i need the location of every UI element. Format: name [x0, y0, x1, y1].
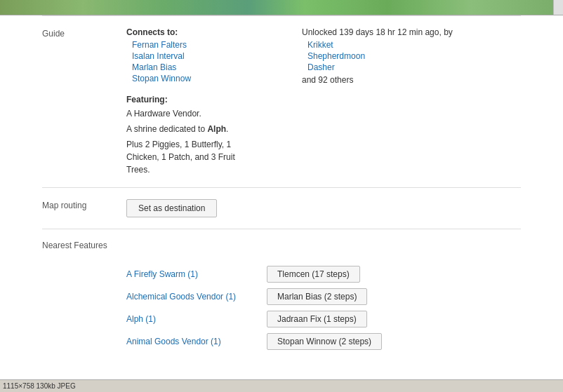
- unlocked-user-2[interactable]: Dasher: [302, 62, 453, 72]
- nearest-dest-btn-0[interactable]: Tlemcen (17 steps): [267, 266, 360, 283]
- nearest-feature-link-1[interactable]: Alchemical Goods Vendor (1): [126, 292, 267, 302]
- map-routing-label: Map routing: [42, 199, 126, 217]
- featuring-text-0: Hardware Vendor: [134, 109, 199, 119]
- connects-link-0[interactable]: Fernan Falters: [126, 40, 260, 50]
- nearest-dest-btn-2[interactable]: Jadraan Fix (1 steps): [267, 311, 367, 327]
- connects-to-column: Connects to: Fernan Falters Isalan Inter…: [126, 27, 260, 176]
- nearest-feature-link-3[interactable]: Animal Goods Vendor (1): [126, 337, 267, 346]
- scrollbar[interactable]: [553, 0, 563, 15]
- nearest-row-3: Animal Goods Vendor (1) Stopan Winnow (2…: [126, 333, 521, 350]
- nearest-dest-btn-3[interactable]: Stopan Winnow (2 steps): [267, 333, 382, 350]
- connects-link-3[interactable]: Stopan Winnow: [126, 74, 260, 83]
- unlocked-user-1[interactable]: Shepherdmoon: [302, 51, 453, 61]
- map-image: [0, 0, 563, 15]
- nearest-row-2: Alph (1) Jadraan Fix (1 steps): [126, 311, 521, 327]
- featuring-alph: Alph: [207, 124, 226, 134]
- nearest-features-label: Nearest Features: [42, 241, 126, 250]
- featuring-item-2: Plus 2 Piggies, 1 Butterfly, 1 Chicken, …: [126, 138, 260, 176]
- guide-section: Guide Connects to: Fernan Falters Isalan…: [0, 16, 563, 187]
- nearest-features-section: Nearest Features A Firefly Swarm (1) Tle…: [0, 229, 563, 367]
- featuring-item-0: A Hardware Vendor.: [126, 107, 260, 120]
- unlocked-others: and 92 others: [302, 74, 453, 86]
- nearest-row-0: A Firefly Swarm (1) Tlemcen (17 steps): [126, 266, 521, 283]
- set-destination-button[interactable]: Set as destination: [126, 199, 217, 217]
- unlocked-column: Unlocked 139 days 18 hr 12 min ago, by K…: [302, 27, 453, 176]
- guide-label: Guide: [42, 27, 126, 176]
- connects-link-2[interactable]: Marlan Bias: [126, 62, 260, 72]
- nearest-row-1: Alchemical Goods Vendor (1) Marlan Bias …: [126, 288, 521, 305]
- map-routing-section: Map routing Set as destination: [0, 188, 563, 229]
- nearest-feature-link-0[interactable]: A Firefly Swarm (1): [126, 269, 267, 279]
- map-routing-content: Set as destination: [126, 199, 217, 217]
- featuring-heading: Featuring:: [126, 95, 260, 104]
- unlocked-header: Unlocked 139 days 18 hr 12 min ago, by: [302, 27, 453, 37]
- connects-link-1[interactable]: Isalan Interval: [126, 51, 260, 61]
- connects-to-heading: Connects to:: [126, 27, 260, 37]
- nearest-dest-btn-1[interactable]: Marlan Bias (2 steps): [267, 288, 367, 305]
- unlocked-user-0[interactable]: Krikket: [302, 40, 453, 50]
- nearest-features-header-row: Nearest Features: [42, 241, 521, 257]
- guide-content: Connects to: Fernan Falters Isalan Inter…: [126, 27, 521, 176]
- featuring-item-1: A shrine dedicated to Alph.: [126, 123, 260, 135]
- nearest-feature-link-2[interactable]: Alph (1): [126, 314, 267, 324]
